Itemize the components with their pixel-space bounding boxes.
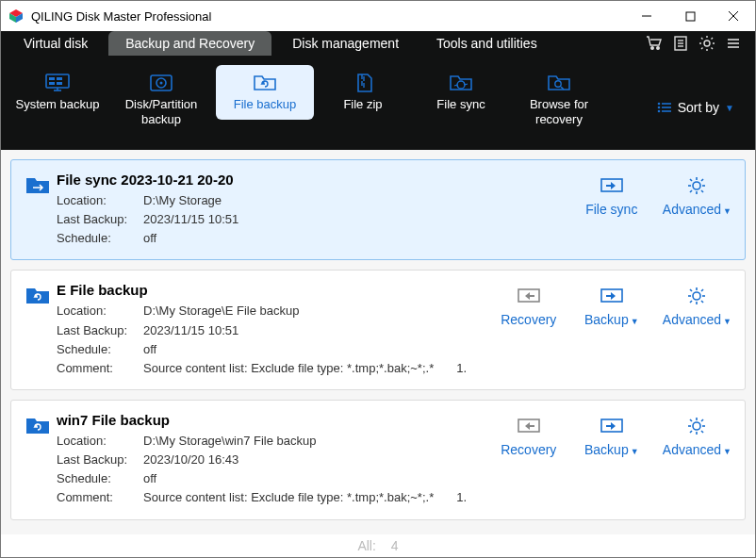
svg-point-7 [651, 47, 654, 50]
job-last-backup: 2023/11/15 10:51 [143, 210, 238, 229]
disk-partition-backup-button[interactable]: Disk/Partition backup [107, 65, 216, 134]
action-label: Recovery [501, 442, 556, 457]
svg-point-58 [693, 422, 700, 430]
label-last-backup: Last Backup: [57, 210, 143, 229]
recovery-icon [517, 416, 541, 436]
job-type-icon [25, 412, 57, 508]
label-schedule: Schedule: [57, 340, 143, 359]
caret-down-icon: ▼ [631, 317, 639, 326]
footer-count: 4 [391, 538, 399, 553]
caret-down-icon: ▼ [723, 447, 731, 456]
tab-virtual-disk[interactable]: Virtual disk [7, 31, 105, 56]
backup-action[interactable]: Backup▼ [580, 286, 644, 327]
advanced-action[interactable]: Advanced▼ [663, 286, 731, 327]
svg-rect-21 [57, 82, 62, 85]
sync-arrow-icon [600, 175, 624, 196]
monitor-icon [44, 73, 71, 93]
svg-point-26 [160, 82, 163, 85]
sort-by-button[interactable]: Sort by ▼ [657, 100, 748, 115]
header-right-icons [646, 31, 751, 56]
toolbar-label: Disk/Partition backup [110, 97, 212, 126]
job-last-backup: 2023/11/15 10:51 [143, 321, 238, 340]
cart-icon[interactable] [646, 35, 663, 52]
svg-line-42 [701, 190, 703, 192]
gear-icon [684, 175, 709, 196]
footer-all-label: All: [357, 538, 375, 553]
label-location: Location: [57, 302, 143, 320]
minimize-button[interactable] [625, 1, 668, 31]
maximize-button[interactable] [668, 1, 712, 31]
close-button[interactable] [712, 1, 755, 31]
job-card[interactable]: File sync 2023-10-21 20-20 Location:D:\M… [10, 159, 746, 260]
menu-icon[interactable] [725, 35, 742, 52]
log-icon[interactable] [672, 35, 689, 52]
status-footer: All: 4 [1, 534, 755, 557]
recovery-action[interactable]: Recovery [497, 286, 561, 327]
main-tab-row: Virtual disk Backup and Recovery Disk ma… [1, 31, 755, 56]
toolbar-label: File zip [343, 97, 382, 112]
job-list: File sync 2023-10-21 20-20 Location:D:\M… [1, 150, 755, 534]
svg-line-55 [690, 301, 692, 303]
svg-point-13 [704, 41, 710, 46]
job-card[interactable]: E File backup Location:D:\My Storage\E F… [10, 270, 746, 390]
job-comment-n: 1. [456, 488, 467, 507]
tab-disk-management[interactable]: Disk management [275, 31, 416, 56]
tab-label: Virtual disk [24, 36, 88, 51]
job-schedule: off [143, 229, 156, 248]
folder-sync-icon [448, 73, 474, 93]
tab-backup-recovery[interactable]: Backup and Recovery [108, 31, 271, 56]
job-card[interactable]: win7 File backup Location:D:\My Storage\… [10, 400, 746, 520]
job-actions: Recovery Backup▼ Advanced▼ [497, 412, 731, 508]
browse-recovery-button[interactable]: Browse for recovery [510, 65, 608, 134]
job-comment-n: 1. [456, 359, 467, 378]
job-info: E File backup Location:D:\My Storage\E F… [57, 282, 497, 378]
backup-icon [600, 286, 624, 306]
backup-action[interactable]: Backup▼ [580, 416, 644, 457]
job-location: D:\My Storage\E File backup [143, 302, 299, 320]
caret-down-icon: ▼ [631, 447, 639, 456]
toolbar-label: File sync [436, 97, 485, 112]
svg-point-47 [693, 292, 700, 300]
system-backup-button[interactable]: System backup [8, 65, 107, 120]
label-schedule: Schedule: [57, 469, 143, 488]
advanced-action[interactable]: Advanced▼ [663, 175, 731, 217]
recovery-action[interactable]: Recovery [497, 416, 561, 457]
svg-rect-17 [46, 74, 69, 88]
svg-line-54 [701, 289, 703, 291]
tab-tools-utilities[interactable]: Tools and utilities [419, 31, 554, 56]
label-location: Location: [57, 432, 143, 451]
sort-by-label: Sort by [678, 100, 719, 115]
titlebar: QILING Disk Master Professional [1, 1, 755, 31]
job-comment: Source content list: Exclude file type: … [143, 488, 434, 507]
file-sync-action[interactable]: File sync [580, 175, 644, 217]
svg-line-44 [690, 190, 692, 192]
file-zip-button[interactable]: File zip [314, 65, 412, 120]
file-backup-button[interactable]: File backup [216, 65, 314, 120]
svg-point-8 [657, 47, 660, 50]
window-title: QILING Disk Master Professional [31, 9, 211, 24]
file-sync-button[interactable]: File sync [412, 65, 510, 120]
backup-icon [600, 416, 624, 436]
action-label: Advanced [663, 442, 721, 457]
svg-line-63 [690, 419, 692, 421]
action-label: File sync [585, 202, 637, 217]
gear-icon[interactable] [698, 35, 715, 52]
svg-line-52 [690, 289, 692, 291]
disk-icon [148, 73, 174, 93]
caret-down-icon: ▼ [723, 206, 731, 216]
toolbar-label: System backup [16, 97, 100, 112]
window-buttons [625, 1, 755, 31]
label-comment: Comment: [57, 359, 143, 378]
job-actions: Recovery Backup▼ Advanced▼ [497, 282, 731, 378]
folder-backup-icon [252, 73, 278, 93]
svg-rect-20 [57, 77, 62, 80]
label-comment: Comment: [57, 488, 143, 507]
job-title: File sync 2023-10-21 20-20 [57, 172, 580, 188]
sort-icon [657, 101, 672, 114]
label-location: Location: [57, 191, 143, 210]
tab-label: Backup and Recovery [125, 36, 255, 51]
job-location: D:\My Storage\win7 File backup [143, 432, 317, 451]
svg-rect-4 [686, 12, 695, 21]
action-label: Advanced [663, 312, 721, 327]
advanced-action[interactable]: Advanced▼ [663, 416, 731, 457]
